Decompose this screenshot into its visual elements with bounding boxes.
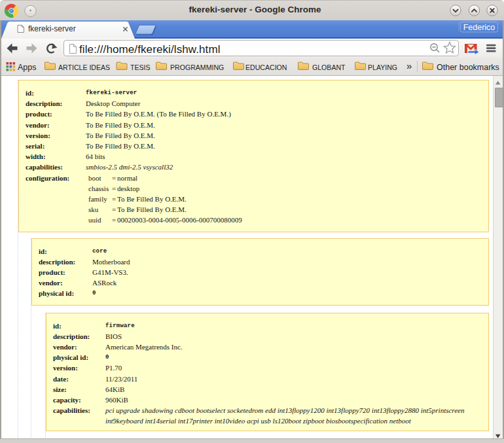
svg-text:Federico: Federico — [463, 23, 495, 32]
svg-text:fkereki-server: fkereki-server — [28, 24, 76, 33]
